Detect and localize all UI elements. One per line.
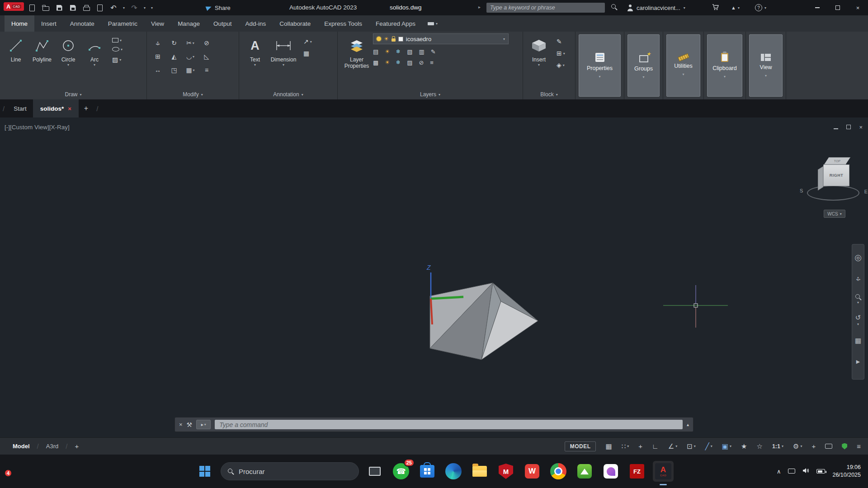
polyline-tool[interactable]: Polyline [29, 33, 55, 89]
insert-dropdown-icon[interactable]: ▾ [538, 63, 540, 67]
circle-dropdown-icon[interactable]: ▾ [67, 63, 69, 67]
taskbar-purple-app[interactable] [600, 461, 621, 482]
layer-tool-icon[interactable]: ▤ [373, 48, 378, 55]
command-customize-icon[interactable]: ⚒ [187, 421, 193, 428]
table-tool[interactable]: ▦ [303, 50, 312, 57]
tab-add-ins[interactable]: Add-ins [238, 15, 273, 32]
taskbar-whatsapp[interactable]: ☎ 25 [391, 461, 411, 482]
wcs-dropdown[interactable]: WCS ▾ [824, 210, 845, 218]
model-space-button[interactable]: MODEL [565, 441, 596, 451]
layer-tool-icon[interactable]: ☀ [385, 48, 390, 55]
layer-tool-icon[interactable]: ❄ [396, 59, 401, 66]
tab-view[interactable]: View [144, 15, 171, 32]
dimension-dropdown-icon[interactable]: ▾ [283, 63, 284, 67]
icosahedron-object[interactable] [430, 283, 538, 360]
redo-dropdown-icon[interactable]: ▾ [144, 6, 146, 10]
viewcube-left-face[interactable] [818, 166, 823, 190]
insert-block-tool[interactable]: Insert ▾ [526, 33, 552, 89]
redo-button[interactable]: ↷ [130, 4, 138, 12]
autocad-app-menu[interactable]: A CAD [4, 2, 24, 11]
annotation-scale-control[interactable]: 1:1▾ [772, 443, 783, 450]
leader-tool[interactable]: ↗▾ [303, 38, 312, 45]
command-history-icon[interactable]: ▴ [687, 422, 689, 427]
new-drawing-tab-button[interactable]: + [84, 104, 88, 113]
annotation-panel-footer[interactable]: Annotation▾ [239, 89, 337, 99]
compass-east-label[interactable]: E [864, 189, 868, 194]
taskbar-filezilla[interactable]: FZ [627, 461, 647, 482]
dimension-tool[interactable]: Dimension ▾ [268, 33, 299, 89]
line-tool[interactable]: Line [3, 33, 29, 89]
taskbar-mcafee[interactable]: M [495, 461, 516, 482]
start-button[interactable] [194, 461, 215, 482]
taskbar-search[interactable] [221, 462, 359, 480]
ribbon-display-toggle[interactable]: ▾ [428, 15, 438, 32]
taskbar-clock[interactable]: 19:06 26/10/2025 [832, 464, 861, 479]
view-panel-button[interactable]: View ▾ [749, 34, 783, 97]
tab-parametric[interactable]: Parametric [101, 15, 144, 32]
security-shield-icon[interactable] [842, 443, 847, 450]
stretch-tool[interactable]: ↔ [150, 63, 166, 77]
tab-insert[interactable]: Insert [34, 15, 63, 32]
close-button[interactable]: × [848, 0, 868, 15]
polar-tracking-icon[interactable]: ∠▾ [668, 442, 677, 450]
layout-tab-a3rd[interactable]: A3rd [46, 443, 58, 450]
tab-featured-apps[interactable]: Featured Apps [369, 15, 422, 32]
compass-south-label[interactable]: S [800, 188, 803, 193]
annotation-monitor-icon[interactable]: + [811, 442, 816, 450]
mirror-tool[interactable]: ◭ [166, 50, 182, 63]
command-line[interactable]: × ⚒ ▸ ▾ ▴ [175, 417, 693, 432]
layer-tool-icon[interactable]: ✎ [431, 48, 436, 55]
layer-tool-icon[interactable]: ≡ [430, 59, 434, 66]
hatch-tool[interactable]: ▨▾ [112, 56, 123, 63]
arc-dropdown-icon[interactable]: ▾ [94, 63, 95, 67]
publish-icon[interactable] [96, 4, 104, 12]
erase-tool[interactable]: ⊘ [198, 36, 215, 50]
search-expand-icon[interactable]: ▸ [478, 5, 481, 9]
minimize-button[interactable] [807, 0, 827, 15]
help-menu[interactable]: ? ▾ [755, 0, 766, 15]
clipboard-panel-button[interactable]: Clipboard ▾ [707, 34, 742, 97]
workspace-switching-icon[interactable]: ⚙▾ [793, 442, 802, 450]
groups-panel-button[interactable]: Groups ▾ [627, 34, 660, 97]
recent-commands-button[interactable]: ▸ ▾ [196, 420, 211, 429]
taskbar-search-input[interactable] [239, 468, 352, 475]
command-input[interactable] [215, 420, 683, 429]
layer-properties-tool[interactable]: Layer Properties [340, 33, 373, 89]
showmotion-icon[interactable]: ▶ [852, 351, 864, 372]
tab-express-tools[interactable]: Express Tools [317, 15, 369, 32]
taskbar-chrome[interactable] [548, 461, 569, 482]
tab-collaborate[interactable]: Collaborate [273, 15, 317, 32]
trim-tool[interactable]: ✂▾ [182, 36, 198, 50]
model-tab[interactable]: Model [13, 443, 30, 450]
file-tab-close-icon[interactable]: × [68, 105, 71, 112]
share-button[interactable]: Share [206, 0, 231, 15]
customization-icon[interactable]: ≡ [857, 442, 861, 450]
move-tool[interactable]: ↔↕ [150, 36, 166, 50]
zoom-icon[interactable]: ▾ [852, 289, 864, 310]
volume-icon[interactable] [802, 467, 809, 475]
taskbar-wps-office[interactable]: W [522, 461, 542, 482]
layer-tool-icon[interactable]: ☀ [385, 59, 390, 66]
qat-overflow-icon[interactable]: ▾ [151, 6, 153, 10]
ellipse-tool[interactable]: ▾ [112, 47, 123, 52]
new-file-icon[interactable] [28, 4, 36, 12]
text-tool[interactable]: A Text ▾ [242, 33, 268, 89]
block-panel-footer[interactable]: Block▾ [523, 89, 575, 99]
selection-cycling-icon[interactable]: ▣▾ [722, 442, 731, 450]
tab-output[interactable]: Output [207, 15, 239, 32]
app-store-cart-icon[interactable] [712, 4, 719, 12]
properties-panel-button[interactable]: Properties ▾ [579, 34, 621, 97]
draw-panel-footer[interactable]: Draw▾ [0, 89, 146, 99]
taskbar-edge[interactable] [443, 461, 464, 482]
array-tool[interactable]: ▦▾ [182, 63, 198, 77]
block-attributes-tool[interactable]: ◈▾ [557, 61, 565, 69]
open-file-icon[interactable] [42, 4, 50, 12]
block-edit-tool[interactable]: ✎ [557, 38, 565, 45]
cast-display-icon[interactable] [788, 467, 795, 475]
text-dropdown-icon[interactable]: ▾ [254, 63, 256, 67]
maximize-button[interactable] [827, 0, 848, 15]
viewcube[interactable]: S E TOP RIGHT [802, 146, 866, 214]
plot-icon[interactable] [82, 4, 90, 12]
layer-tool-icon[interactable]: ▥ [419, 48, 424, 55]
command-close-icon[interactable]: × [179, 421, 183, 428]
